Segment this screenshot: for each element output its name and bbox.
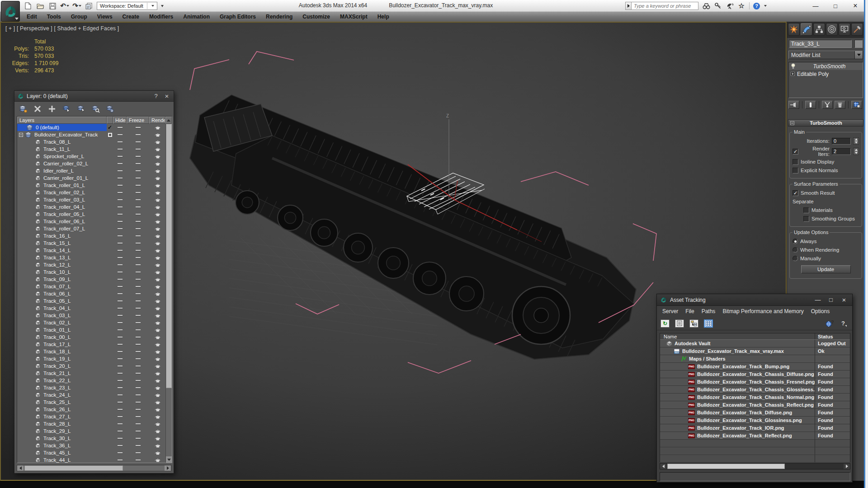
render-icon[interactable]	[154, 219, 161, 224]
render-icon[interactable]	[154, 263, 161, 267]
toggle-dash[interactable]	[118, 293, 123, 295]
toggle-dash[interactable]	[136, 373, 141, 374]
render-icon[interactable]	[154, 197, 161, 202]
menu-item-edit[interactable]: Edit	[22, 12, 42, 22]
toggle-dash[interactable]	[136, 221, 141, 222]
toggle-dash[interactable]	[118, 279, 123, 280]
toggle-dash[interactable]	[136, 279, 141, 280]
web-help-icon[interactable]: ?	[825, 319, 834, 328]
layer-row[interactable]: Track_roller_02_L	[17, 189, 165, 196]
toggle-dash[interactable]	[118, 460, 123, 461]
asset-menu-file[interactable]: File	[682, 308, 698, 314]
toggle-dash[interactable]	[136, 170, 141, 172]
asset-row[interactable]: PNGBulldozer_Excavator_Track_Chassis_Dif…	[660, 371, 850, 378]
render-icon[interactable]	[154, 313, 161, 318]
menu-item-modifiers[interactable]: Modifiers	[144, 12, 178, 22]
toggle-dash[interactable]	[136, 445, 141, 446]
communication-center-icon[interactable]	[726, 2, 734, 10]
tab-motion[interactable]	[826, 23, 838, 36]
layer-row[interactable]: Track_roller_04_L	[17, 203, 165, 211]
render-icon[interactable]	[154, 190, 161, 195]
rollout-header[interactable]: TurboSmooth	[788, 119, 863, 127]
scroll-left-button[interactable]	[660, 464, 666, 469]
layer-row[interactable]: Track_27_L	[17, 413, 165, 420]
render-icon[interactable]	[154, 183, 161, 188]
toggle-dash[interactable]	[136, 344, 141, 345]
redo-icon[interactable]: ↷	[72, 1, 81, 10]
new-scene-icon[interactable]	[24, 1, 33, 10]
toggle-dash[interactable]	[118, 344, 123, 345]
menu-item-views[interactable]: Views	[92, 12, 118, 22]
menu-item-maxscript[interactable]: MAXScript	[335, 12, 373, 22]
render-icon[interactable]	[154, 393, 161, 398]
layer-row[interactable]: Track_29_L	[17, 427, 165, 435]
toggle-dash[interactable]	[136, 423, 141, 425]
column-header-render[interactable]: Rende	[149, 117, 165, 124]
layer-row[interactable]: Track_roller_01_L	[17, 182, 165, 189]
toggle-dash[interactable]	[118, 156, 123, 157]
layer-row[interactable]: Track_36_L	[17, 442, 165, 449]
add-to-layer-icon[interactable]	[47, 104, 57, 113]
render-icon[interactable]	[154, 176, 161, 181]
layer-row[interactable]: Track_roller_06_L	[17, 218, 165, 225]
render-icon[interactable]	[154, 306, 161, 311]
toggle-dash[interactable]	[136, 141, 141, 143]
toggle-dash[interactable]	[118, 300, 123, 302]
scroll-up-button[interactable]	[165, 117, 172, 124]
toggle-dash[interactable]	[136, 366, 141, 367]
toggle-dash[interactable]	[118, 431, 123, 432]
toggle-dash[interactable]	[136, 272, 141, 273]
layer-dialog-titlebar[interactable]: Layer: 0 (default) ? ×	[14, 91, 174, 102]
scrollbar-thumb[interactable]	[166, 124, 172, 388]
toggle-dash[interactable]	[136, 300, 141, 302]
layer-row[interactable]: Track_roller_03_L	[17, 196, 165, 203]
select-objects-in-layer-icon[interactable]	[61, 104, 71, 113]
checkbox[interactable]: ✓	[793, 149, 798, 155]
redo-dropdown-arrow[interactable]	[79, 5, 81, 7]
tab-create[interactable]	[788, 23, 800, 36]
toggle-dash[interactable]	[118, 257, 123, 258]
toggle-dash[interactable]	[118, 387, 123, 389]
radio-when-rendering[interactable]	[793, 247, 798, 253]
stack-item-turbosmooth[interactable]: TurboSmooth	[789, 62, 863, 70]
render-iters-spinner[interactable]	[853, 148, 859, 155]
object-color-swatch[interactable]	[854, 40, 863, 48]
current-layer-box-icon[interactable]	[108, 133, 112, 137]
toggle-dash[interactable]	[136, 235, 141, 237]
toggle-dash[interactable]	[136, 250, 141, 251]
layer-row[interactable]: Track_22_L	[17, 377, 165, 384]
column-header-status[interactable]: Status	[815, 333, 850, 339]
asset-row[interactable]: PNGBulldozer_Excavator_Track_Reflect.png…	[660, 432, 850, 440]
layer-row[interactable]: Track_03_L	[17, 312, 165, 319]
toggle-dash[interactable]	[118, 438, 123, 439]
highlight-layer-icon[interactable]	[90, 104, 100, 113]
toggle-dash[interactable]	[118, 149, 123, 150]
search-arrow-button[interactable]	[625, 2, 632, 10]
render-icon[interactable]	[154, 154, 161, 159]
expand-icon[interactable]	[791, 72, 795, 76]
render-icon[interactable]	[154, 385, 161, 390]
layer-row[interactable]: Track_14_L	[17, 247, 165, 254]
set-project-folder-icon[interactable]	[85, 1, 94, 10]
close-button[interactable]: ×	[851, 2, 859, 10]
layer-row[interactable]: Track_07_L	[17, 283, 165, 290]
asset-row[interactable]: PNGBulldozer_Excavator_Track_Chassis_Ref…	[660, 401, 850, 409]
toggle-dash[interactable]	[136, 185, 141, 186]
toggle-dash[interactable]	[118, 185, 123, 186]
render-icon[interactable]	[154, 371, 161, 376]
infocenter-search-input[interactable]	[632, 2, 698, 10]
layer-properties-icon[interactable]	[105, 104, 115, 113]
render-icon[interactable]	[154, 284, 161, 289]
asset-row[interactable]: PNGBulldozer_Excavator_Track_Glossiness.…	[660, 417, 850, 424]
toggle-dash[interactable]	[136, 322, 141, 324]
sign-in-key-icon[interactable]	[714, 2, 722, 10]
render-icon[interactable]	[154, 277, 161, 282]
render-icon[interactable]	[154, 270, 161, 275]
toggle-dash[interactable]	[136, 192, 141, 193]
render-icon[interactable]	[154, 169, 161, 174]
layer-row[interactable]: Track_23_L	[17, 384, 165, 391]
asset-row[interactable]: PNGBulldozer_Excavator_Track_Chassis_Fre…	[660, 378, 850, 386]
delete-layer-icon[interactable]	[33, 104, 42, 113]
layer-row[interactable]: Track_01_L	[17, 326, 165, 333]
render-icon[interactable]	[154, 248, 161, 253]
